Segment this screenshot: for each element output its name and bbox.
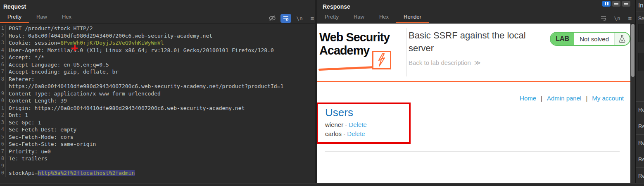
- inspector-panel[interactable]: In Se ReReReReRe: [635, 0, 644, 186]
- newline-chars-icon[interactable]: \n: [613, 14, 622, 22]
- editor-line: 1POST /product/stock HTTP/2: [0, 25, 315, 32]
- inspector-section-row[interactable]: Re: [636, 134, 644, 151]
- request-tab-pretty[interactable]: Pretty: [0, 12, 29, 23]
- line-content: Accept-Language: en-US,en;q=0.5: [6, 61, 109, 69]
- back-to-lab-link[interactable]: Back to lab description≫: [409, 59, 481, 67]
- editor-line: 9Content-Type: application/x-www-form-ur…: [0, 90, 315, 98]
- code-segment: Content-Length: 39: [9, 98, 67, 104]
- editor-menu-icon[interactable]: ≡: [625, 14, 634, 22]
- editor-line: 9: [0, 162, 315, 170]
- nav-link-admin-panel[interactable]: Admin panel: [547, 95, 581, 102]
- lightning-bolt-icon: [372, 51, 391, 69]
- editor-line: 6Sec-Fetch-Site: same-origin: [0, 141, 315, 148]
- account-nav: Home|Admin panel|My account: [520, 95, 624, 102]
- line-number: 2: [0, 112, 6, 119]
- inspector-section-row[interactable]: Re: [636, 151, 644, 167]
- inspector-divider: [636, 12, 644, 12]
- back-link-label: Back to lab description: [409, 59, 471, 66]
- scrollbar-thumb[interactable]: [631, 24, 634, 77]
- nav-link-home[interactable]: Home: [520, 95, 536, 102]
- editor-line: 6Accept-Language: en-US,en;q=0.5: [0, 61, 315, 69]
- hide-matches-eye-icon[interactable]: [268, 14, 277, 22]
- split-rows-icon[interactable]: [612, 1, 620, 7]
- line-content: Te: trailers: [6, 155, 48, 162]
- line-number: 1: [0, 25, 6, 32]
- newline-chars-icon[interactable]: \n: [295, 14, 304, 22]
- logo-underline: [318, 66, 375, 71]
- response-tabs: PrettyRawHexRender: [317, 12, 429, 23]
- users-list: wiener - Deletecarlos - Delete: [325, 122, 409, 137]
- delete-user-link[interactable]: Delete: [349, 121, 367, 128]
- inspector-section-label: Re: [636, 123, 644, 129]
- username: wiener -: [325, 121, 349, 128]
- nav-separator: |: [541, 95, 542, 102]
- lab-badge-status: Not solved: [574, 33, 615, 45]
- word-wrap-icon[interactable]: [598, 14, 609, 23]
- line-number: 7: [0, 68, 6, 76]
- code-segment: https://0a8c00f40410dfe980d29434007200c6…: [9, 83, 283, 89]
- response-panel-title: Response: [323, 3, 350, 10]
- inspector-section-label: Re: [636, 156, 644, 162]
- line-number: 4: [0, 126, 6, 134]
- editor-line: 5Accept: */*: [0, 54, 315, 61]
- inspector-section-row[interactable]: Re: [636, 167, 644, 184]
- response-toolbar: \n ≡: [598, 14, 634, 23]
- code-segment: Dnt: 1: [9, 112, 28, 118]
- line-number: 2: [0, 32, 6, 40]
- chevron-right-icon: ≫: [474, 59, 481, 66]
- maximize-icon[interactable]: [622, 1, 630, 7]
- delete-user-link[interactable]: Delete: [347, 130, 365, 137]
- request-tab-hex[interactable]: Hex: [55, 12, 79, 23]
- logo-line1: Web Security: [319, 31, 390, 44]
- line-content: Sec-Gpc: 1: [6, 119, 41, 126]
- request-tab-raw[interactable]: Raw: [29, 12, 55, 23]
- lab-badge-label: LAB: [551, 33, 574, 45]
- line-number: 5: [0, 134, 6, 141]
- request-editor[interactable]: 1POST /product/stock HTTP/22Host: 0a8c00…: [0, 24, 315, 183]
- editor-line: 0stockApi=http%3a%2f%2flocalhost%2fadmin: [0, 169, 315, 177]
- line-number: 6: [0, 61, 6, 69]
- line-content: [6, 162, 9, 170]
- line-number: 1: [0, 105, 6, 112]
- selected-text: http%3a%2f%2flocalhost%2fadmin: [38, 170, 135, 176]
- response-tab-render[interactable]: Render: [396, 12, 429, 23]
- code-segment: Accept-Encoding: gzip, deflate, br: [9, 69, 119, 75]
- inspector-section-label: Se: [638, 16, 644, 21]
- line-number: 9: [0, 90, 6, 98]
- layout-controls: [602, 1, 630, 7]
- content-divider: [325, 151, 620, 152]
- lab-banner-rule: [317, 81, 630, 82]
- users-widget-highlight: Users wiener - Deletecarlos - Delete: [317, 103, 411, 144]
- line-content: Origin: https://0a8c00f40410dfe980d29434…: [6, 105, 245, 112]
- line-content: Content-Length: 39: [6, 97, 67, 105]
- nav-link-my-account[interactable]: My account: [592, 95, 624, 102]
- editor-line: 8Referer:: [0, 76, 315, 83]
- line-content: Sec-Fetch-Site: same-origin: [6, 141, 96, 148]
- editor-line: 2Host: 0a8c00f40410dfe980d29434007200c6.…: [0, 32, 315, 40]
- response-tab-raw[interactable]: Raw: [346, 12, 372, 23]
- lab-title: Basic SSRF against the local server: [409, 29, 545, 55]
- render-scrollbar[interactable]: [630, 24, 635, 183]
- response-tab-hex[interactable]: Hex: [372, 12, 396, 23]
- line-number: 0: [0, 97, 6, 105]
- line-number: 9: [0, 162, 6, 170]
- line-content: Host: 0a8c00f40410dfe980d29434007200c6.w…: [6, 32, 212, 40]
- line-number: 4: [0, 47, 6, 54]
- inspector-sections: ReReReReRe: [636, 101, 644, 184]
- word-wrap-icon[interactable]: [280, 14, 291, 23]
- inspector-title: In: [638, 2, 644, 9]
- editor-line: 7Accept-Encoding: gzip, deflate, br: [0, 68, 315, 76]
- inspector-preview-box: [638, 53, 644, 71]
- line-content: Referer:: [6, 76, 35, 83]
- inspector-section-row[interactable]: Re: [636, 101, 644, 118]
- response-tabbar: PrettyRawHexRender: [317, 14, 635, 24]
- editor-line: 3Sec-Gpc: 1: [0, 119, 315, 126]
- horizontal-scroll-strip[interactable]: [0, 183, 644, 186]
- split-columns-icon[interactable]: [602, 1, 611, 7]
- line-number: 7: [0, 148, 6, 155]
- code-segment: Sec-Fetch-Site: same-origin: [9, 141, 96, 147]
- response-tab-pretty[interactable]: Pretty: [317, 12, 346, 23]
- inspector-section-row[interactable]: Re: [636, 118, 644, 134]
- users-heading: Users: [325, 106, 409, 119]
- code-segment: Accept: */*: [9, 54, 44, 60]
